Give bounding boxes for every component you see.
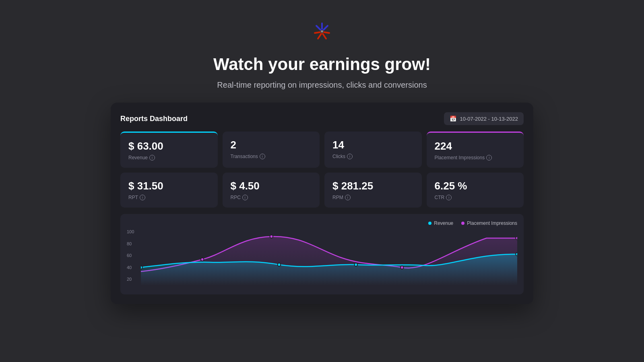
dashboard-title: Reports Dashboard (120, 115, 188, 123)
dashboard-header: Reports Dashboard 📅 10-07-2022 - 10-13-2… (120, 112, 524, 125)
legend-label-placement: Placement Impressions (467, 220, 517, 226)
svg-line-5 (318, 34, 321, 39)
info-icon-rpm[interactable]: i (345, 195, 351, 200)
svg-point-10 (354, 263, 357, 266)
metric-value-rpm: $ 281.25 (332, 180, 414, 192)
metric-label-rpc: RPC i (231, 195, 312, 200)
metric-card-transactions: 2 Transactions i (223, 132, 320, 168)
metric-card-placement: 224 Placement Impressions i (427, 132, 524, 168)
metrics-grid-top: $ 63.00 Revenue i 2 Transactions i 14 Cl… (120, 132, 524, 168)
metric-value-clicks: 14 (332, 139, 414, 151)
logo-icon (309, 19, 335, 45)
legend-dot-revenue (428, 222, 431, 225)
svg-line-2 (324, 26, 328, 30)
svg-point-8 (141, 266, 142, 269)
metric-label-ctr: CTR i (435, 195, 516, 200)
legend-label-revenue: Revenue (434, 220, 453, 226)
chart-container: Revenue Placement Impressions 100 80 60 … (120, 214, 524, 294)
legend-item-placement: Placement Impressions (461, 220, 517, 226)
metric-card-clicks: 14 Clicks i (324, 132, 422, 168)
svg-point-7 (321, 30, 323, 33)
svg-line-1 (316, 26, 320, 30)
hero-title: Watch your earnings grow! (213, 55, 431, 74)
info-icon-placement[interactable]: i (486, 155, 492, 160)
svg-point-15 (516, 237, 517, 240)
info-icon-clicks[interactable]: i (347, 154, 353, 159)
hero-subtitle: Real-time reporting on impressions, clic… (217, 80, 427, 90)
svg-point-14 (400, 266, 404, 269)
metric-label-transactions: Transactions i (231, 154, 312, 159)
metric-value-rpc: $ 4.50 (231, 180, 312, 192)
dashboard-container: Reports Dashboard 📅 10-07-2022 - 10-13-2… (111, 103, 533, 304)
legend-dot-placement (461, 222, 464, 225)
metric-label-rpt: RPT i (128, 195, 210, 200)
metric-value-rpt: $ 31.50 (128, 180, 210, 192)
metric-value-ctr: 6.25 % (435, 180, 516, 192)
metric-label-revenue: Revenue i (128, 155, 210, 160)
svg-point-9 (278, 263, 281, 266)
metric-card-revenue: $ 63.00 Revenue i (120, 132, 218, 168)
metric-card-rpc: $ 4.50 RPC i (223, 173, 320, 208)
metrics-grid-bottom: $ 31.50 RPT i $ 4.50 RPC i $ 281.25 RPM … (120, 173, 524, 208)
svg-point-12 (201, 258, 204, 261)
metric-card-rpt: $ 31.50 RPT i (120, 173, 218, 208)
svg-line-6 (323, 34, 326, 39)
date-range-label: 10-07-2022 - 10-13-2022 (460, 116, 518, 122)
chart-area: 100 80 60 40 20 (127, 229, 517, 290)
legend-item-revenue: Revenue (428, 220, 453, 226)
metric-card-rpm: $ 281.25 RPM i (324, 173, 422, 208)
metric-value-revenue: $ 63.00 (128, 140, 210, 152)
metric-card-ctr: 6.25 % CTR i (427, 173, 524, 208)
hero-section: Watch your earnings grow! Real-time repo… (213, 0, 431, 90)
info-icon-rpt[interactable]: i (140, 195, 145, 200)
info-icon-revenue[interactable]: i (149, 155, 155, 160)
info-icon-transactions[interactable]: i (260, 154, 265, 159)
metric-value-transactions: 2 (231, 139, 312, 151)
metric-label-clicks: Clicks i (332, 154, 414, 159)
svg-point-13 (270, 235, 273, 238)
svg-line-4 (324, 32, 329, 33)
svg-point-11 (516, 253, 517, 256)
date-range-button[interactable]: 📅 10-07-2022 - 10-13-2022 (444, 112, 524, 125)
metric-value-placement: 224 (435, 140, 516, 152)
info-icon-rpc[interactable]: i (242, 195, 248, 200)
calendar-icon: 📅 (450, 115, 456, 122)
chart-legend: Revenue Placement Impressions (127, 220, 517, 226)
chart-svg (141, 229, 517, 286)
y-axis-labels: 100 80 60 40 20 (127, 229, 139, 282)
metric-label-placement: Placement Impressions i (435, 155, 516, 160)
metric-label-rpm: RPM i (332, 195, 414, 200)
svg-line-3 (315, 32, 320, 33)
info-icon-ctr[interactable]: i (446, 195, 452, 200)
